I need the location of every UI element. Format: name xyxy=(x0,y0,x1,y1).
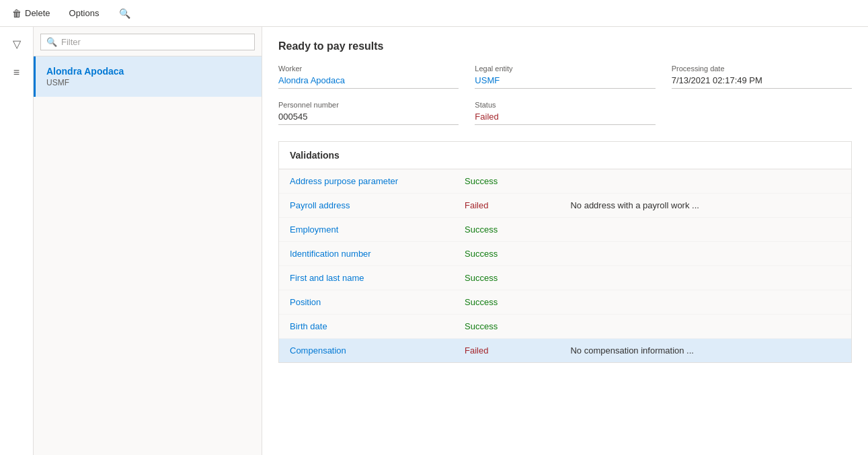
table-row: Birth date Success xyxy=(279,315,851,339)
table-row: Compensation Failed No compensation info… xyxy=(279,339,851,363)
validation-name: Employment xyxy=(279,218,454,242)
list-item[interactable]: Alondra Apodaca USMF xyxy=(34,56,262,97)
filter-input-wrap[interactable]: 🔍 xyxy=(40,34,255,50)
table-row: Employment Success xyxy=(279,218,851,242)
filter-input[interactable] xyxy=(61,37,249,47)
validation-table: Address purpose parameter Success Payrol… xyxy=(279,169,851,362)
list-item-name: Alondra Apodaca xyxy=(46,66,251,77)
validation-message xyxy=(559,218,851,242)
validations-box: Validations Address purpose parameter Su… xyxy=(278,141,852,363)
toolbar: 🗑 Delete Options 🔍 xyxy=(0,0,868,27)
validation-message xyxy=(559,169,851,194)
validation-message xyxy=(559,290,851,315)
validation-status: Success xyxy=(454,290,559,315)
list-panel: 🔍 Alondra Apodaca USMF xyxy=(34,27,262,455)
legal-entity-field: Legal entity USMF xyxy=(475,65,655,89)
table-row: Payroll address Failed No address with a… xyxy=(279,194,851,218)
validation-status: Success xyxy=(454,218,559,242)
personnel-number-label: Personnel number xyxy=(278,101,459,109)
legal-entity-label: Legal entity xyxy=(475,65,655,73)
validation-message xyxy=(559,242,851,266)
legal-entity-value[interactable]: USMF xyxy=(475,75,655,89)
processing-date-label: Processing date xyxy=(672,65,852,73)
validation-name: First and last name xyxy=(279,266,454,290)
validations-header: Validations xyxy=(279,142,851,169)
delete-button[interactable]: 🗑 Delete xyxy=(8,5,54,22)
worker-label: Worker xyxy=(278,65,459,73)
options-label: Options xyxy=(69,8,100,18)
content-panel: Ready to pay results Worker Alondra Apod… xyxy=(262,27,868,455)
validation-message: No address with a payroll work ... xyxy=(559,194,851,218)
validation-status: Failed xyxy=(454,194,559,218)
form-grid: Worker Alondra Apodaca Legal entity USMF… xyxy=(278,65,852,125)
validation-status: Success xyxy=(454,315,559,339)
validation-status: Success xyxy=(454,169,559,194)
validation-message: No compensation information ... xyxy=(559,339,851,363)
table-row: Identification number Success xyxy=(279,242,851,266)
validation-status: Success xyxy=(454,242,559,266)
main-layout: ▽ ≡ 🔍 Alondra Apodaca USMF Ready to pay … xyxy=(0,27,868,455)
validation-status: Failed xyxy=(454,339,559,363)
validation-message xyxy=(559,315,851,339)
personnel-number-value: 000545 xyxy=(278,112,459,125)
validation-name: Address purpose parameter xyxy=(279,169,454,194)
list-item-sub: USMF xyxy=(46,78,251,87)
sidebar-rail: ▽ ≡ xyxy=(0,27,34,455)
status-label: Status xyxy=(475,101,655,109)
personnel-number-field: Personnel number 000545 xyxy=(278,101,459,125)
validation-name: Identification number xyxy=(279,242,454,266)
validation-name: Payroll address xyxy=(279,194,454,218)
status-field: Status Failed xyxy=(475,101,655,125)
options-button[interactable]: Options xyxy=(65,5,104,21)
validation-name: Birth date xyxy=(279,315,454,339)
table-row: First and last name Success xyxy=(279,266,851,290)
delete-label: Delete xyxy=(25,8,50,18)
processing-date-field: Processing date 7/13/2021 02:17:49 PM xyxy=(672,65,852,89)
filter-bar: 🔍 xyxy=(34,27,262,56)
menu-icon[interactable]: ≡ xyxy=(9,63,24,83)
section-title: Ready to pay results xyxy=(278,40,852,52)
table-row: Position Success xyxy=(279,290,851,315)
search-icon[interactable]: 🔍 xyxy=(119,8,130,19)
validation-message xyxy=(559,266,851,290)
table-row: Address purpose parameter Success xyxy=(279,169,851,194)
validation-name: Compensation xyxy=(279,339,454,363)
worker-value[interactable]: Alondra Apodaca xyxy=(278,75,459,89)
status-value: Failed xyxy=(475,112,655,125)
filter-search-icon: 🔍 xyxy=(46,37,57,47)
validation-name: Position xyxy=(279,290,454,315)
worker-field: Worker Alondra Apodaca xyxy=(278,65,459,89)
validation-status: Success xyxy=(454,266,559,290)
processing-date-value: 7/13/2021 02:17:49 PM xyxy=(672,75,852,89)
delete-icon: 🗑 xyxy=(12,8,22,19)
filter-icon[interactable]: ▽ xyxy=(9,34,25,54)
list-items-container: Alondra Apodaca USMF xyxy=(34,56,262,97)
